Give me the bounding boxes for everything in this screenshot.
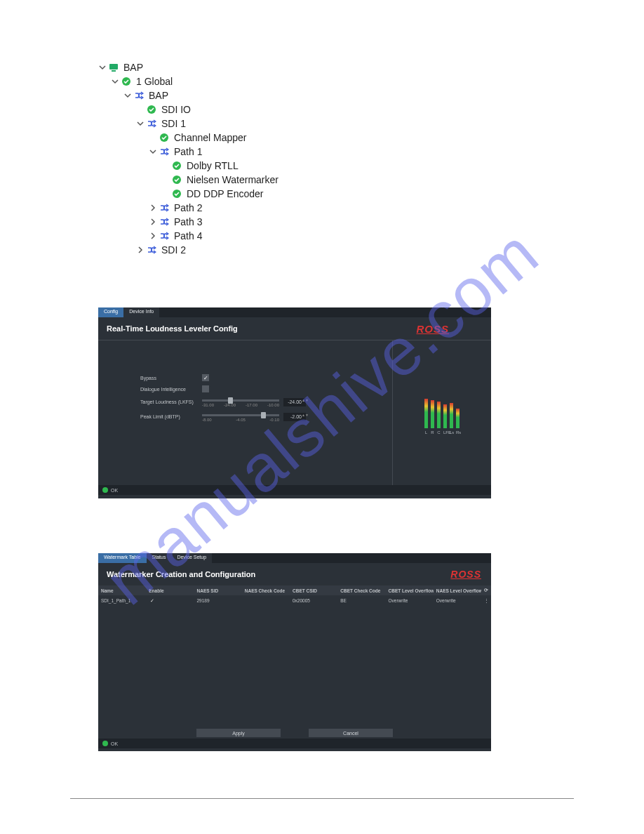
cell-naes-overflow: Overwrite bbox=[434, 595, 481, 606]
status-icon bbox=[121, 76, 132, 87]
route-icon bbox=[159, 146, 170, 157]
panel2-tabs: Watermark Table Status Device Setup bbox=[98, 553, 491, 563]
cell-naes-sid: 29189 bbox=[194, 595, 242, 606]
table-header[interactable]: CBET Level Overflow bbox=[386, 585, 434, 595]
tab-device-setup[interactable]: Device Setup bbox=[171, 553, 212, 563]
caret-right-icon[interactable] bbox=[149, 232, 157, 240]
cell-enable[interactable] bbox=[146, 595, 194, 606]
ross-logo: ROSS bbox=[450, 569, 481, 580]
tree-item-label: Path 2 bbox=[173, 202, 202, 213]
tree-item[interactable]: 1 Global bbox=[98, 74, 279, 88]
tree-item-label: SDI 2 bbox=[160, 244, 186, 256]
status-bar: OK bbox=[98, 485, 491, 495]
table-header[interactable]: CBET Check Code bbox=[337, 585, 385, 595]
table-header[interactable]: NAES Check Code bbox=[242, 585, 290, 595]
audio-meter-bar bbox=[443, 404, 447, 428]
tree-item[interactable]: BAP bbox=[98, 88, 279, 102]
meter-channel-label: L bbox=[424, 430, 428, 435]
tree-item-label: Path 3 bbox=[173, 216, 202, 227]
caret-down-icon[interactable] bbox=[111, 77, 119, 86]
caret-right-icon[interactable] bbox=[149, 218, 157, 226]
caret-down-icon[interactable] bbox=[149, 147, 157, 156]
tree-item[interactable]: Path 4 bbox=[98, 229, 279, 243]
peak-limit-value-text: -2.00 bbox=[290, 414, 302, 419]
audio-meters: LRCLFELsRs bbox=[393, 340, 491, 485]
tree-item[interactable]: Dolby RTLL bbox=[98, 159, 279, 173]
cancel-button[interactable]: Cancel bbox=[309, 729, 393, 737]
target-loudness-label: Target Loudness (LKFS) bbox=[140, 399, 202, 404]
tree-item[interactable]: SDI IO bbox=[98, 102, 279, 117]
apply-button[interactable]: Apply bbox=[196, 729, 281, 737]
status-ok-icon bbox=[102, 741, 108, 746]
tree-item-label: 1 Global bbox=[135, 76, 173, 87]
tree-item[interactable]: Path 2 bbox=[98, 201, 279, 215]
spinner-icon[interactable]: ▲▼ bbox=[302, 398, 306, 406]
audio-meter-bar bbox=[431, 400, 434, 428]
peak-limit-slider[interactable]: -8.00-4.05-0.10 bbox=[202, 411, 279, 422]
panel2-title: Watermarker Creation and Configuration bbox=[98, 563, 264, 585]
dialogue-intelligence-checkbox[interactable] bbox=[202, 385, 209, 392]
route-icon bbox=[159, 230, 170, 241]
table-header[interactable]: NAES Level Overflow bbox=[434, 585, 481, 595]
tree-item[interactable]: Path 1 bbox=[98, 145, 279, 159]
table-header[interactable]: NAES SID bbox=[194, 585, 242, 595]
cell-name: SDI_1_Path_1 bbox=[98, 595, 146, 606]
peak-limit-value[interactable]: -2.00 ▲▼ bbox=[283, 413, 306, 421]
status-text: OK bbox=[111, 741, 118, 746]
status-text: OK bbox=[111, 488, 118, 493]
caret-right-icon[interactable] bbox=[149, 204, 157, 212]
tree-item[interactable]: SDI 2 bbox=[98, 243, 279, 257]
peak-limit-label: Peak Limit (dBTP) bbox=[140, 414, 202, 419]
meter-channel-label: Ls bbox=[450, 430, 453, 435]
table-header[interactable]: Enable bbox=[146, 585, 194, 595]
meter-channel-label: Rs bbox=[456, 430, 459, 435]
tab-watermark-table[interactable]: Watermark Table bbox=[98, 553, 147, 563]
bypass-checkbox[interactable] bbox=[202, 374, 209, 381]
meter-channel-label: R bbox=[431, 430, 434, 435]
target-loudness-value[interactable]: -24.00 ▲▼ bbox=[283, 398, 306, 406]
panel1-tabs: Config Device Info bbox=[98, 307, 491, 317]
tab-device-info[interactable]: Device Info bbox=[123, 307, 159, 317]
bypass-label: Bypass bbox=[140, 376, 202, 380]
status-icon bbox=[171, 174, 182, 185]
tree-item[interactable]: Nielsen Watermarker bbox=[98, 173, 279, 187]
tree-item-label: Channel Mapper bbox=[173, 132, 247, 143]
caret-down-icon[interactable] bbox=[98, 63, 107, 72]
caret-none-icon bbox=[161, 190, 170, 198]
status-icon bbox=[171, 160, 182, 171]
tree-item-label: SDI IO bbox=[160, 104, 191, 115]
caret-none-icon bbox=[161, 161, 170, 170]
refresh-icon[interactable]: ⟳ bbox=[481, 585, 491, 595]
tree-item[interactable]: Path 3 bbox=[98, 215, 279, 229]
status-icon bbox=[171, 188, 182, 199]
caret-none-icon bbox=[149, 133, 157, 142]
caret-down-icon[interactable] bbox=[123, 91, 132, 100]
meter-channel-label: LFE bbox=[443, 430, 447, 435]
tree-item-label: BAP bbox=[122, 62, 143, 73]
svg-rect-1 bbox=[112, 70, 116, 72]
tree-item[interactable]: SDI 1 bbox=[98, 117, 279, 131]
caret-down-icon[interactable] bbox=[136, 119, 145, 128]
target-loudness-slider[interactable]: -31.00-24.00-17.00-10.00 bbox=[202, 397, 279, 407]
route-icon bbox=[133, 90, 145, 101]
device-tree: BAP1 GlobalBAPSDI IOSDI 1Channel MapperP… bbox=[98, 60, 279, 257]
table-row[interactable]: SDI_1_Path_1 29189 0x20005 BE Overwrite … bbox=[98, 595, 491, 606]
row-action-icon[interactable]: ⋮ bbox=[481, 595, 491, 606]
tree-item[interactable]: Channel Mapper bbox=[98, 131, 279, 145]
target-loudness-value-text: -24.00 bbox=[288, 399, 302, 404]
spinner-icon[interactable]: ▲▼ bbox=[302, 413, 306, 421]
audio-meter-bar bbox=[437, 402, 441, 428]
caret-right-icon[interactable] bbox=[136, 246, 145, 254]
tab-config[interactable]: Config bbox=[98, 307, 123, 317]
tree-item[interactable]: BAP bbox=[98, 60, 279, 74]
table-header[interactable]: Name bbox=[98, 585, 146, 595]
tab-status[interactable]: Status bbox=[147, 553, 172, 563]
watermark-table: NameEnableNAES SIDNAES Check CodeCBET CS… bbox=[98, 585, 491, 606]
controls-column: Bypass Dialogue Intelligence Target Loud… bbox=[98, 340, 393, 485]
cell-naes-check bbox=[242, 595, 290, 606]
status-ok-icon bbox=[102, 487, 108, 493]
svg-rect-0 bbox=[109, 64, 118, 70]
tree-item[interactable]: DD DDP Encoder bbox=[98, 187, 279, 201]
table-header[interactable]: CBET CSID bbox=[290, 585, 337, 595]
status-icon bbox=[159, 132, 170, 143]
